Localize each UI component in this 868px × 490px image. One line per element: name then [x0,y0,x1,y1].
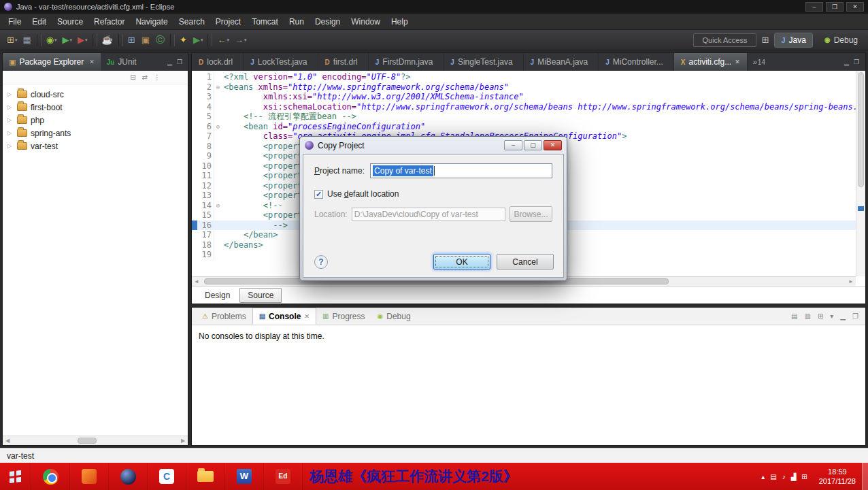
minimize-view-icon[interactable]: ▁ [840,312,846,320]
external-tools-icon[interactable]: ▶▾ [190,33,206,48]
dialog-minimize-button[interactable]: – [504,140,522,150]
folder-taskbar-icon[interactable] [186,463,225,490]
browse-button[interactable]: Browse... [510,206,552,222]
code-line[interactable]: 3 xmlns:xsi="http://www.w3.org/2001/XMLS… [192,92,856,102]
close-tab-icon[interactable]: ✕ [735,59,740,65]
scroll-left-icon[interactable] [3,438,12,444]
editor-tab[interactable]: J MiController... [599,53,674,71]
open-perspective-icon[interactable]: ⊞ [762,35,769,45]
recorder-taskbar-icon[interactable]: Ed [264,463,303,490]
editor-tab[interactable]: J LockTest.java [244,53,318,71]
perspective-java-button[interactable]: J Java [774,33,812,48]
menu-item[interactable]: Navigate [130,15,173,29]
minimize-editor-icon[interactable]: ▁ [844,59,849,65]
start-button[interactable] [0,463,31,490]
code-line[interactable]: 6⊖ <bean id="processEngineConfiguration" [192,122,856,132]
tray-network-icon[interactable]: ▟ [791,473,797,480]
code-line[interactable]: 2⊖<beans xmlns="http://www.springframewo… [192,82,856,93]
dialog-close-button[interactable]: ✕ [544,140,562,150]
console-view-menu-icon[interactable]: ▾ [830,312,833,320]
search-icon[interactable]: ✦ [177,33,190,48]
menu-item[interactable]: Project [210,15,246,29]
tool-taskbar-icon[interactable] [70,463,109,490]
scroll-left-icon[interactable] [192,278,201,284]
menu-item[interactable]: Refactor [88,15,130,29]
expand-arrow-icon[interactable] [7,104,14,110]
pin-console-icon[interactable]: ▤ [791,312,797,320]
minimize-view-icon[interactable]: ▁ [167,59,172,65]
tab-problems[interactable]: ⚠ Problems [196,308,252,325]
window-close-button[interactable]: ✕ [846,2,864,12]
new-package-icon[interactable]: ▣ [139,33,153,48]
tray-volume-icon[interactable]: ♪ [782,473,786,480]
debug-icon[interactable]: ◉▾ [44,33,60,48]
dialog-maximize-button[interactable]: ▢ [524,140,542,150]
expand-arrow-icon[interactable] [7,117,14,123]
c-ide-taskbar-icon[interactable]: C [148,463,186,490]
use-default-location-label[interactable]: Use default location [327,189,399,199]
horizontal-scrollbar[interactable] [3,436,188,445]
menu-item[interactable]: Tomcat [246,15,284,29]
close-tab-icon[interactable]: ✕ [304,313,310,320]
scrollbar-thumb[interactable] [78,438,97,444]
display-selected-console-icon[interactable]: ▥ [804,312,810,320]
cancel-button[interactable]: Cancel [497,254,554,270]
maximize-view-icon[interactable]: ❐ [177,59,182,65]
editor-tab[interactable]: J MiBeanA.java [524,53,599,71]
tree-item[interactable]: spring-ants [3,127,188,140]
window-minimize-button[interactable]: – [805,2,823,12]
editor-tab[interactable]: X activiti.cfg... ✕ [674,53,748,71]
save-icon[interactable]: ▦ [20,33,34,48]
link-with-editor-icon[interactable]: ⇄ [142,74,148,81]
tree-item[interactable]: first-boot [3,101,188,114]
menu-item[interactable]: Window [346,15,386,29]
editor-tab[interactable]: D first.drl [318,53,369,71]
tab-progress[interactable]: ▥ Progress [316,308,371,325]
forward-icon[interactable]: →▾ [232,33,250,48]
code-line[interactable]: 1<?xml version="1.0" encoding="UTF-8"?> [192,72,856,82]
help-button[interactable]: ? [314,255,328,269]
back-icon[interactable]: ←▾ [214,33,232,48]
tree-item[interactable]: php [3,114,188,127]
close-view-icon[interactable]: ✕ [89,59,95,65]
expand-arrow-icon[interactable] [7,130,14,136]
maximize-view-icon[interactable]: ❐ [852,312,858,320]
editor-tab[interactable]: D lock.drl [192,53,244,71]
tab-debug[interactable]: ◉ Debug [371,308,416,325]
window-maximize-button[interactable]: ❐ [826,2,844,12]
dialog-title-bar[interactable]: Copy Project – ▢ ✕ [303,137,564,154]
new-wizard-icon[interactable]: ⊞▾ [4,33,20,48]
maximize-editor-icon[interactable]: ❐ [854,59,859,65]
tab-junit[interactable]: Ju JUnit [101,53,143,71]
scroll-right-icon[interactable] [846,278,856,284]
tray-message-icon[interactable]: ▤ [770,473,776,480]
show-desktop-button[interactable] [862,463,868,490]
use-default-location-checkbox[interactable]: ✓ [314,190,323,199]
eclipse-taskbar-icon[interactable] [109,463,148,490]
view-menu-icon[interactable]: ⋮ [154,74,161,81]
tray-input-icon[interactable]: ⊞ [801,473,807,480]
code-line[interactable]: 5 <!-- 流程引擎配置bean --> [192,112,856,122]
expand-arrow-icon[interactable] [7,91,14,97]
menu-item[interactable]: Search [173,15,210,29]
scrollbar-track[interactable] [12,436,178,445]
new-class-icon[interactable]: Ⓒ [153,33,168,48]
tab-package-explorer[interactable]: ▣ Package Explorer ✕ [3,53,101,71]
tree-item[interactable]: cloud-src [3,88,188,101]
menu-item[interactable]: Run [284,15,310,29]
location-input[interactable]: D:\JavaDev\cloud\Copy of var-test [352,208,505,221]
perspective-debug-button[interactable]: ◉ Debug [818,33,864,47]
menu-item[interactable]: Source [52,15,88,29]
editor-tab[interactable]: J FirstDmn.java [369,53,444,71]
collapse-all-icon[interactable]: ⊟ [130,74,135,81]
project-name-input[interactable]: Copy of var-test [370,163,552,178]
menu-item[interactable]: Edit [27,15,52,29]
run-icon[interactable]: ▶▾ [60,33,76,48]
tree-item[interactable]: var-test [3,140,188,152]
coverage-icon[interactable]: ▶▾ [75,33,90,48]
menu-item[interactable]: Help [386,15,414,29]
expand-arrow-icon[interactable] [7,143,14,149]
scrollbar-thumb[interactable] [858,72,864,187]
menu-item[interactable]: File [3,15,27,29]
tray-up-arrow-icon[interactable]: ▴ [761,473,765,480]
